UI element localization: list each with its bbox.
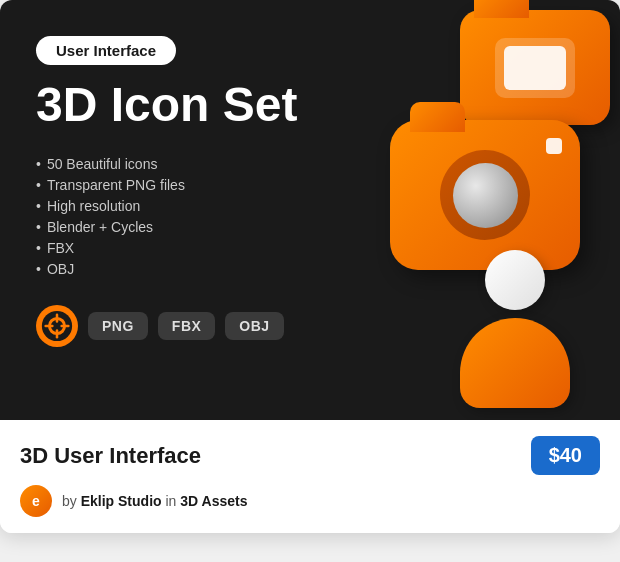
- hero-illustration: [320, 0, 620, 420]
- author-avatar: e: [20, 485, 52, 517]
- card-meta: e by Eklip Studio in 3D Assets: [20, 485, 600, 517]
- category-link[interactable]: 3D Assets: [180, 493, 247, 509]
- feature-item: OBJ: [36, 261, 297, 277]
- card-footer: 3D User Interface $40 e by Eklip Studio …: [0, 420, 620, 533]
- category-badge: User Interface: [36, 36, 176, 65]
- format-badges: PNG FBX OBJ: [36, 305, 297, 347]
- person-icon-3d: [450, 250, 580, 410]
- fbx-badge: FBX: [158, 312, 216, 340]
- product-card: User Interface 3D Icon Set 50 Beautiful …: [0, 0, 620, 533]
- author-name[interactable]: Eklip Studio: [81, 493, 162, 509]
- feature-item: Blender + Cycles: [36, 219, 297, 235]
- svg-rect-6: [60, 325, 69, 328]
- png-badge: PNG: [88, 312, 148, 340]
- hero-content: User Interface 3D Icon Set 50 Beautiful …: [36, 36, 297, 347]
- svg-rect-3: [56, 313, 59, 322]
- feature-item: Transparent PNG files: [36, 177, 297, 193]
- card-title-row: 3D User Interface $40: [20, 436, 600, 475]
- hero-title: 3D Icon Set: [36, 79, 297, 132]
- card-title: 3D User Interface: [20, 443, 201, 469]
- card-meta-text: by Eklip Studio in 3D Assets: [62, 493, 247, 509]
- feature-item: 50 Beautiful icons: [36, 156, 297, 172]
- feature-item: FBX: [36, 240, 297, 256]
- hero-banner: User Interface 3D Icon Set 50 Beautiful …: [0, 0, 620, 420]
- price-badge[interactable]: $40: [531, 436, 600, 475]
- obj-badge: OBJ: [225, 312, 283, 340]
- svg-rect-5: [44, 325, 53, 328]
- feature-list: 50 Beautiful icons Transparent PNG files…: [36, 156, 297, 277]
- svg-rect-4: [56, 329, 59, 338]
- feature-item: High resolution: [36, 198, 297, 214]
- blender-logo-icon: [36, 305, 78, 347]
